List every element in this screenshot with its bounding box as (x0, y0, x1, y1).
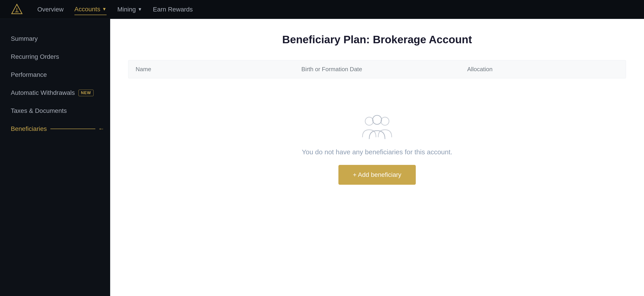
main-layout: Summary Recurring Orders Performance Aut… (0, 19, 644, 296)
chevron-down-icon: ▼ (102, 7, 106, 12)
svg-point-4 (381, 117, 389, 125)
nav-accounts[interactable]: Accounts ▼ (74, 4, 106, 15)
table-column-birth-date: Birth or Formation Date (294, 60, 460, 78)
nav-earn-rewards[interactable]: Earn Rewards (153, 4, 193, 15)
new-badge: NEW (78, 90, 94, 96)
svg-point-3 (365, 117, 373, 125)
table-column-allocation: Allocation (460, 60, 626, 78)
sidebar-item-recurring-orders[interactable]: Recurring Orders (0, 48, 110, 66)
active-indicator-arrow: ← (50, 125, 104, 132)
nav-mining[interactable]: Mining ▼ (118, 4, 142, 15)
empty-state: You do not have any beneficiaries for th… (128, 96, 626, 203)
sidebar-item-summary[interactable]: Summary (0, 30, 110, 48)
top-navigation: Overview Accounts ▼ Mining ▼ Earn Reward… (0, 0, 644, 19)
nav-overview[interactable]: Overview (37, 4, 64, 15)
content-area: Beneficiary Plan: Brokerage Account Name… (110, 19, 644, 296)
sidebar: Summary Recurring Orders Performance Aut… (0, 19, 110, 296)
table-column-name: Name (128, 60, 294, 78)
sidebar-item-taxes-documents[interactable]: Taxes & Documents (0, 102, 110, 120)
content-panel: Beneficiary Plan: Brokerage Account Name… (110, 19, 644, 296)
arrow-head-icon: ← (98, 125, 104, 132)
page-title: Beneficiary Plan: Brokerage Account (128, 33, 626, 46)
sidebar-item-beneficiaries[interactable]: Beneficiaries ← (0, 120, 110, 138)
sidebar-item-performance[interactable]: Performance (0, 66, 110, 84)
empty-state-message: You do not have any beneficiaries for th… (302, 148, 452, 156)
svg-point-5 (372, 115, 382, 124)
beneficiaries-table-header: Name Birth or Formation Date Allocation (128, 60, 626, 78)
add-beneficiary-button[interactable]: + Add beneficiary (338, 165, 416, 185)
beneficiaries-group-icon (361, 114, 393, 139)
chevron-down-icon: ▼ (138, 7, 142, 12)
sidebar-item-automatic-withdrawals[interactable]: Automatic Withdrawals NEW (0, 84, 110, 102)
arrow-line (50, 129, 95, 129)
logo-icon[interactable] (11, 3, 23, 16)
